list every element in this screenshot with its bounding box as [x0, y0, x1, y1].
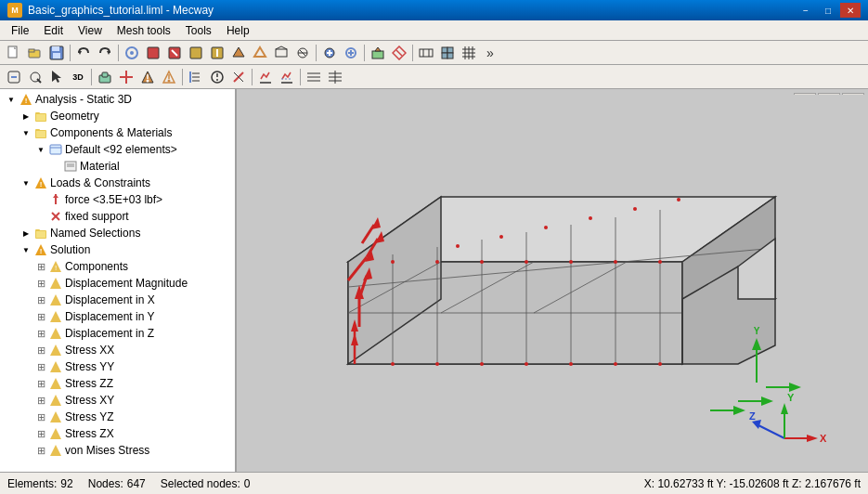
tb9[interactable]	[250, 43, 270, 63]
expand-solution[interactable]	[19, 242, 33, 257]
open-button[interactable]	[25, 43, 45, 63]
menu-edit[interactable]: Edit	[36, 20, 71, 40]
menu-mesh-tools[interactable]: Mesh tools	[110, 20, 178, 40]
tb2-5[interactable]	[116, 67, 136, 87]
tb2-13[interactable]	[304, 67, 324, 87]
svg-point-153	[569, 260, 573, 264]
tb2-3d[interactable]: 3D	[68, 67, 88, 87]
expand-components-materials[interactable]	[19, 125, 33, 140]
minimize-button[interactable]: −	[796, 3, 816, 18]
tb5[interactable]	[164, 43, 185, 63]
expand-stress-yy[interactable]: ⊞	[33, 359, 48, 374]
tb6[interactable]	[186, 43, 206, 63]
more-button[interactable]: »	[480, 43, 500, 63]
tb8[interactable]	[228, 43, 249, 63]
expand-von-mises[interactable]: ⊞	[33, 443, 48, 458]
new-button[interactable]	[4, 43, 24, 63]
svg-rect-56	[102, 72, 108, 77]
expand-stress-zx[interactable]: ⊞	[33, 426, 48, 441]
tb2-2[interactable]	[25, 67, 45, 87]
tb13[interactable]	[341, 43, 361, 63]
tb2-9[interactable]	[207, 67, 227, 87]
tree-item-von-mises[interactable]: ⊞ von Mises Stress	[0, 442, 235, 459]
menu-tools[interactable]: Tools	[178, 20, 219, 40]
expand-loads-constraints[interactable]	[19, 176, 33, 190]
tree-item-fixed-support[interactable]: fixed support	[0, 208, 235, 225]
expand-stress-xy[interactable]: ⊞	[33, 393, 48, 408]
tb2-12[interactable]	[277, 67, 297, 87]
tree-item-stress-zx[interactable]: ⊞ Stress ZX	[0, 425, 235, 442]
icon-analysis: !	[19, 92, 33, 107]
tree-item-stress-xx[interactable]: ⊞ Stress XX	[0, 342, 235, 358]
tree-item-stress-yz[interactable]: ⊞ Stress YZ	[0, 409, 235, 425]
icon-stress-xy	[48, 393, 63, 408]
tb11[interactable]	[292, 43, 313, 63]
tree-item-displacement-magnitude[interactable]: ⊞ Displacement Magnitude	[0, 275, 235, 292]
expand-components[interactable]: ⊞	[33, 259, 48, 274]
svg-point-157	[435, 362, 439, 366]
tree-item-displacement-z[interactable]: ⊞ Displacement in Z	[0, 325, 235, 342]
undo-button[interactable]	[73, 43, 94, 63]
expand-analysis[interactable]	[4, 92, 19, 107]
tree-item-force[interactable]: force <3.5E+03 lbf>	[0, 191, 235, 208]
expand-stress-zz[interactable]: ⊞	[33, 376, 48, 391]
svg-marker-112	[50, 311, 61, 322]
tb17[interactable]	[437, 43, 458, 63]
tree-item-geometry[interactable]: Geometry	[0, 108, 235, 124]
menu-view[interactable]: View	[71, 20, 110, 40]
tree-item-material[interactable]: Material	[0, 158, 235, 175]
tb14[interactable]	[368, 43, 388, 63]
tb7[interactable]	[207, 43, 227, 63]
svg-text:Z: Z	[749, 410, 756, 422]
tb18[interactable]	[459, 43, 479, 63]
tree-item-displacement-y[interactable]: ⊞ Displacement in Y	[0, 308, 235, 325]
tb2-8[interactable]	[186, 67, 206, 87]
mesh-viewport[interactable]: Y Z X	[237, 89, 868, 472]
tb2-1[interactable]	[4, 67, 24, 87]
tb2-14[interactable]	[325, 67, 345, 87]
expand-geometry[interactable]	[19, 109, 33, 124]
tree-item-solution[interactable]: ! Solution	[0, 241, 235, 258]
expand-disp-y[interactable]: ⊞	[33, 309, 48, 324]
tree-item-components[interactable]: ⊞ ! Components	[0, 258, 235, 275]
label-disp-z: Displacement in Z	[65, 327, 154, 340]
expand-stress-yz[interactable]: ⊞	[33, 410, 48, 424]
menu-file[interactable]: File	[4, 20, 36, 40]
tb2-11[interactable]	[255, 67, 276, 87]
tree-item-named-selections[interactable]: Named Selections	[0, 225, 235, 241]
tb2-7[interactable]	[159, 67, 179, 87]
expand-disp-z[interactable]: ⊞	[33, 326, 48, 341]
right-panel[interactable]: Y Z X	[237, 89, 868, 472]
tree-item-default[interactable]: Default <92 elements>	[0, 141, 235, 158]
tb10[interactable]	[271, 43, 291, 63]
tb12[interactable]	[319, 43, 340, 63]
tree-item-components-materials[interactable]: Components & Materials	[0, 124, 235, 141]
menu-help[interactable]: Help	[219, 20, 257, 40]
tree-item-loads-constraints[interactable]: ! Loads & Constraints	[0, 175, 235, 191]
tree-item-stress-zz[interactable]: ⊞ Stress ZZ	[0, 375, 235, 392]
close-button[interactable]: ✕	[840, 3, 861, 18]
redo-button[interactable]	[95, 43, 115, 63]
tb15[interactable]	[389, 43, 409, 63]
expand-disp-x[interactable]: ⊞	[33, 292, 48, 307]
tree-item-analysis[interactable]: ! Analysis - Static 3D	[0, 91, 235, 108]
tb2-4[interactable]	[95, 67, 115, 87]
tb3[interactable]	[122, 43, 142, 63]
expand-disp-mag[interactable]: ⊞	[33, 276, 48, 291]
tb4[interactable]	[143, 43, 163, 63]
expand-stress-xx[interactable]: ⊞	[33, 343, 48, 358]
left-panel: ! Analysis - Static 3D Geometry Componen…	[0, 89, 237, 472]
tb2-6[interactable]	[137, 67, 158, 87]
tree-item-stress-yy[interactable]: ⊞ Stress YY	[0, 358, 235, 375]
tb2-pointer[interactable]	[46, 67, 67, 87]
maximize-button[interactable]: □	[818, 3, 838, 18]
tree-item-displacement-x[interactable]: ⊞ Displacement in X	[0, 292, 235, 308]
tb2-10[interactable]	[228, 67, 249, 87]
status-bar: Elements: 92 Nodes: 647 Selected nodes: …	[0, 472, 868, 494]
tb16[interactable]	[416, 43, 436, 63]
expand-default[interactable]	[33, 142, 48, 157]
svg-point-12	[130, 51, 134, 55]
save-button[interactable]	[46, 43, 67, 63]
tree-item-stress-xy[interactable]: ⊞ Stress XY	[0, 392, 235, 409]
expand-named-selections[interactable]	[19, 226, 33, 240]
